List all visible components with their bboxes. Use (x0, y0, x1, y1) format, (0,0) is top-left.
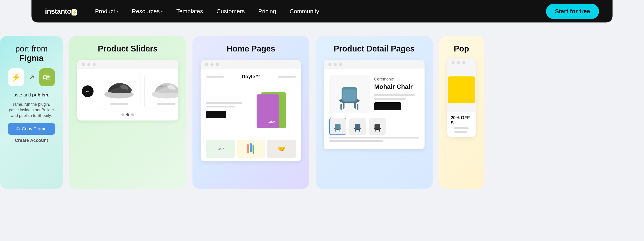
sliders-browser-mockup: ← (77, 60, 178, 120)
chair-thumb-1[interactable] (329, 118, 346, 135)
svg-rect-7 (340, 104, 342, 110)
card-partial: Pop 20% OFF S (439, 36, 484, 189)
detail-product-info: Ceremonie Mohair Chair (374, 75, 419, 113)
svg-rect-3 (250, 143, 252, 152)
browser-dot-3 (93, 63, 96, 66)
logo[interactable]: instanto⚡ (45, 7, 77, 16)
detail-main-section: Ceremonie Mohair Chair (329, 75, 419, 113)
home-hero-section: 24/25 (200, 84, 301, 136)
chair-thumb-2[interactable] (349, 118, 366, 135)
logo-text: instanto⚡ (45, 7, 77, 16)
nav-item-templates[interactable]: Templates (176, 8, 203, 15)
grid-item-3: 🤝 (267, 140, 296, 158)
product-name-bar-1 (110, 103, 128, 105)
browser-dot-2 (334, 63, 337, 66)
dot-2-active[interactable] (126, 113, 129, 116)
chair-image-area (329, 75, 370, 113)
notebook-purple: 24/25 (256, 94, 279, 128)
svg-rect-23 (374, 124, 380, 129)
product-thumb-1 (97, 74, 141, 109)
dot-1 (122, 113, 124, 116)
detail-browser-bar (324, 60, 424, 69)
desc-line-1 (329, 137, 419, 138)
browser-dot-2 (457, 61, 460, 64)
arrow-icon: ↗ (28, 73, 35, 82)
grid-item-2 (236, 140, 265, 158)
shopify-icon: 🛍 (39, 68, 55, 86)
copy-frame-button[interactable]: ⧉ Copy Frame (8, 123, 55, 135)
dark-shoe-image (101, 78, 137, 100)
home-card-title: Home Pages (200, 44, 301, 54)
chair-thumbnail-strip (329, 118, 419, 135)
detail-page-content: Ceremonie Mohair Chair (324, 69, 424, 149)
browser-dot-1 (205, 63, 208, 66)
home-browser-bar (200, 60, 301, 69)
partial-bar-1 (454, 127, 468, 129)
browser-dot-1 (452, 61, 455, 64)
hero-text-line-2 (206, 106, 235, 108)
partial-product-image (447, 68, 476, 112)
light-shoe-image (148, 78, 178, 100)
card-home: Home Pages Doyle™ (192, 36, 310, 189)
brand-name: Doyle™ (242, 74, 260, 80)
nav-links: Product ▾ Resources ▾ Templates Customer… (95, 8, 546, 15)
partial-browser-bar (447, 58, 476, 68)
add-to-cart-button[interactable] (374, 102, 401, 110)
instanto-icon: ⚡ (8, 68, 24, 86)
discount-text: 20% OFF S (450, 115, 472, 126)
card-figma: port from Figma ⚡ ↗ 🛍 aste and publish. … (0, 36, 63, 189)
slider-dots (82, 113, 174, 116)
nav-item-community[interactable]: Community (290, 8, 319, 15)
partial-browser-mockup: 20% OFF S (447, 58, 476, 137)
detail-card-title: Product Detail Pages (324, 44, 424, 54)
desc-line-2 (329, 140, 383, 142)
card-detail: Product Detail Pages (316, 36, 433, 189)
hero-text (206, 102, 242, 118)
grid-item-1: 24/25 (206, 140, 235, 158)
product-name-bar-2 (157, 103, 175, 105)
chair-thumb-image-1 (332, 121, 343, 132)
svg-rect-11 (343, 90, 356, 101)
svg-rect-19 (355, 124, 360, 129)
hero-text-line-1 (206, 102, 242, 104)
chair-thumb-3[interactable] (369, 118, 386, 135)
home-browser-mockup: Doyle™ 24/25 (200, 60, 301, 162)
hero-cta-button[interactable] (206, 111, 226, 118)
home-product-grid: 24/25 🤝 (200, 136, 301, 162)
figma-card-title: port from Figma (8, 44, 55, 63)
create-account-link[interactable]: Create Account (8, 138, 55, 143)
chevron-down-icon: ▾ (161, 9, 163, 14)
detail-line-2 (374, 98, 406, 100)
nav-item-pricing[interactable]: Pricing (258, 8, 276, 15)
partial-info: 20% OFF S (447, 112, 476, 137)
svg-rect-4 (252, 145, 254, 154)
browser-dot-3 (216, 63, 219, 66)
copy-icon: ⧉ (16, 126, 20, 132)
figma-icon-area: ⚡ ↗ 🛍 (8, 68, 55, 86)
home-page-header: Doyle™ (200, 69, 301, 84)
figma-description: aste and publish. (8, 92, 55, 98)
chair-image (334, 78, 365, 110)
detail-browser-mockup: Ceremonie Mohair Chair (324, 60, 424, 149)
svg-rect-8 (357, 104, 358, 110)
nav-item-customers[interactable]: Customers (216, 8, 245, 15)
start-for-free-button[interactable]: Start for free (546, 4, 599, 19)
header-nav-right (278, 76, 296, 78)
notebook-label: 24/25 (268, 120, 276, 124)
partial-bar-2 (454, 131, 467, 133)
prev-arrow-button[interactable]: ← (82, 86, 94, 97)
browser-bar (77, 60, 178, 69)
nav-item-resources[interactable]: Resources ▾ (132, 8, 163, 15)
navbar: instanto⚡ Product ▾ Resources ▾ Template… (32, 0, 612, 22)
sliders-content: ← (77, 69, 178, 120)
notebook-stack: 24/25 (254, 90, 288, 130)
dot-3 (131, 113, 134, 116)
card-sliders: Product Sliders ← (69, 36, 186, 189)
detail-brand-name: Ceremonie (374, 77, 419, 82)
browser-dot-2 (210, 63, 214, 66)
svg-rect-2 (247, 144, 249, 153)
sliders-card-title: Product Sliders (77, 44, 178, 54)
browser-dot-3 (462, 61, 466, 64)
nav-item-product[interactable]: Product ▾ (95, 8, 118, 15)
product-thumb-2 (144, 74, 178, 109)
